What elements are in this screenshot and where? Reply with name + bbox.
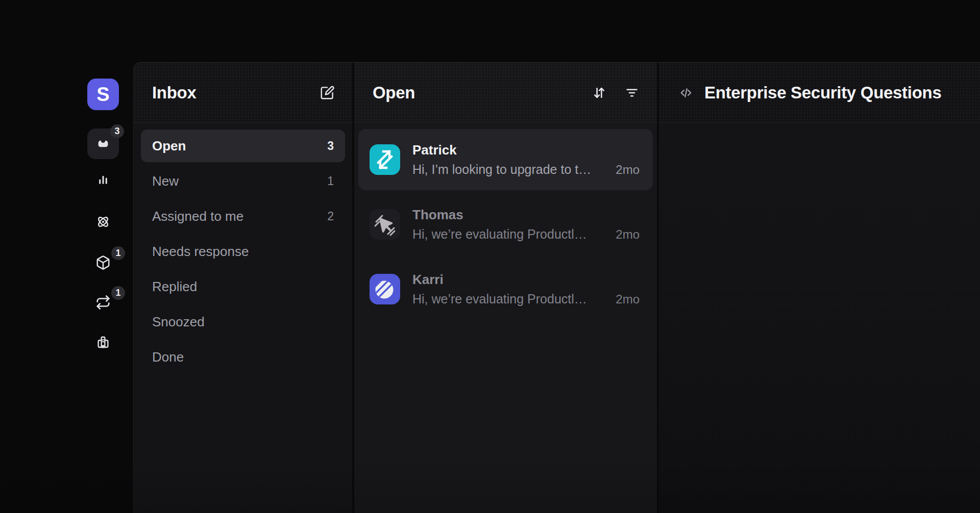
conversation-name: Patrick [412, 142, 640, 158]
globe-sphere-icon [370, 274, 400, 304]
inbox-tray-icon [95, 136, 111, 151]
app-window: S 3 [0, 0, 980, 513]
sort-arrows-icon [592, 85, 607, 100]
conversation-subline: Hi, I’m looking to upgrade to t… 2mo [412, 162, 640, 177]
sidebar-item-products[interactable]: 1 [87, 251, 119, 274]
inbox-panel-header: Inbox [134, 63, 352, 123]
folder-label: Open [152, 138, 186, 154]
folder-row-done[interactable]: Done [141, 341, 345, 373]
conversation-row-patrick[interactable]: Patrick Hi, I’m looking to upgrade to t…… [358, 129, 653, 190]
sidebar-item-integrations[interactable] [87, 211, 119, 233]
folder-label: Assigned to me [152, 209, 243, 224]
sort-button[interactable] [592, 85, 607, 100]
detail-panel-title: Enterprise Security Questions [704, 83, 941, 102]
office-building-icon [95, 335, 111, 350]
conversation-list-panel: Open [354, 63, 657, 513]
compose-button[interactable] [320, 85, 335, 100]
app-sidebar: S 3 [0, 0, 133, 513]
detail-panel-header: Enterprise Security Questions [659, 63, 980, 123]
conversation-list: Patrick Hi, I’m looking to upgrade to t…… [354, 123, 657, 326]
conversation-row-karri[interactable]: Karri Hi, we’re evaluating Productl… 2mo [358, 259, 653, 320]
products-count-badge: 1 [111, 246, 125, 260]
sidebar-item-inbox[interactable]: 3 [87, 129, 119, 159]
folder-count: 3 [327, 139, 334, 153]
inbox-panel: Inbox Open 3 New [134, 63, 352, 513]
folder-row-needs-response[interactable]: Needs response [141, 235, 345, 268]
inbox-panel-title: Inbox [152, 83, 197, 102]
folder-count: 2 [327, 210, 334, 223]
folder-row-snoozed[interactable]: Snoozed [141, 305, 345, 338]
workspace-logo[interactable]: S [87, 79, 119, 110]
sync-count-badge: 1 [111, 286, 125, 300]
conversation-preview: Hi, I’m looking to upgrade to t… [412, 162, 605, 177]
conversation-name: Thomas [412, 207, 640, 223]
atom-icon [95, 214, 111, 229]
sidebar-item-company[interactable] [87, 331, 119, 353]
conversation-preview: Hi, we’re evaluating Productl… [412, 292, 605, 306]
folder-label: Snoozed [152, 314, 205, 330]
conversation-subline: Hi, we’re evaluating Productl… 2mo [412, 227, 640, 242]
list-panel-title: Open [373, 83, 415, 102]
filter-button[interactable] [624, 85, 640, 100]
sidebar-item-sync[interactable]: 1 [87, 291, 119, 314]
detail-panel: Enterprise Security Questions [659, 63, 980, 513]
conversation-time: 2mo [616, 163, 640, 177]
sidebar-item-insights[interactable] [87, 169, 119, 191]
inbox-folder-list: Open 3 New 1 Assigned to me 2 Needs resp… [134, 123, 352, 380]
folder-label: Done [152, 349, 184, 365]
conversation-name: Karri [412, 272, 640, 288]
conversation-row-thomas[interactable]: Thomas Hi, we’re evaluating Productl… 2m… [358, 194, 653, 255]
filter-icon [624, 85, 640, 100]
list-panel-header: Open [354, 63, 657, 123]
folder-label: New [152, 173, 179, 189]
cube-icon [95, 255, 111, 270]
conversation-subline: Hi, we’re evaluating Productl… 2mo [412, 292, 640, 306]
content-panels: Inbox Open 3 New [133, 62, 980, 513]
folder-row-open[interactable]: Open 3 [141, 130, 345, 162]
conversation-text: Patrick Hi, I’m looking to upgrade to t…… [412, 142, 640, 176]
list-toolbar [592, 85, 640, 100]
folder-label: Replied [152, 279, 197, 295]
code-icon [677, 84, 695, 101]
repeat-arrows-icon [95, 295, 111, 310]
folder-row-new[interactable]: New 1 [141, 165, 345, 197]
workspace-logo-letter: S [96, 84, 109, 106]
transfer-arrows-icon [370, 144, 400, 175]
cursor-icon [370, 209, 400, 240]
conversation-time: 2mo [616, 292, 640, 306]
bar-chart-icon [95, 172, 111, 188]
folder-row-assigned-to-me[interactable]: Assigned to me 2 [141, 200, 345, 233]
conversation-text: Thomas Hi, we’re evaluating Productl… 2m… [412, 207, 640, 241]
folder-row-replied[interactable]: Replied [141, 270, 345, 303]
conversation-time: 2mo [616, 227, 640, 242]
conversation-preview: Hi, we’re evaluating Productl… [412, 227, 605, 242]
conversation-detail-body [659, 123, 980, 513]
conversation-text: Karri Hi, we’re evaluating Productl… 2mo [412, 272, 640, 306]
compose-icon [320, 85, 335, 100]
folder-count: 1 [327, 174, 334, 188]
folder-label: Needs response [152, 244, 249, 260]
inbox-count-badge: 3 [110, 124, 124, 138]
